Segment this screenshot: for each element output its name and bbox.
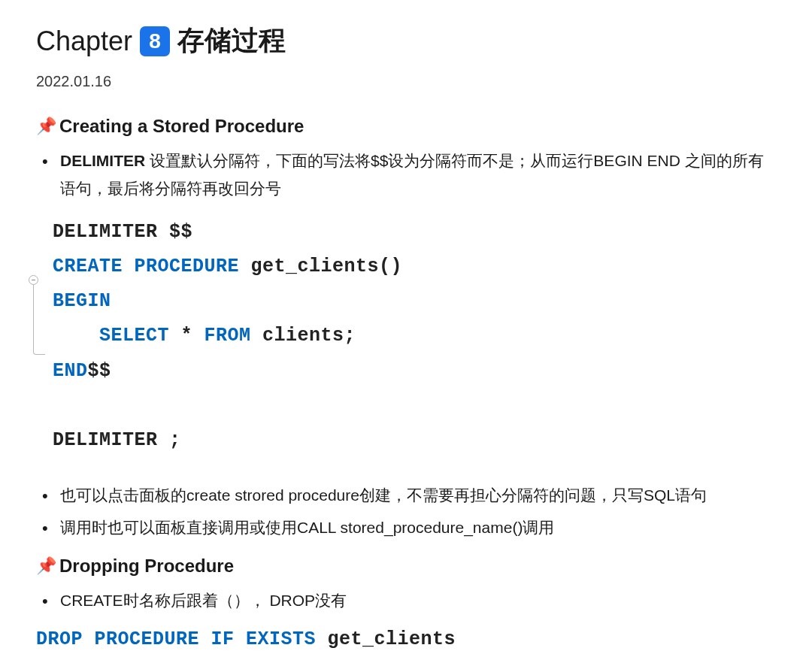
fold-toggle-icon[interactable]: [29, 275, 38, 285]
list-item: 调用时也可以面板直接调用或使用CALL stored_procedure_nam…: [56, 514, 776, 542]
code-keyword: BEGIN: [53, 290, 111, 312]
code-keyword: CREATE PROCEDURE: [53, 256, 239, 277]
code-token: ;: [158, 429, 181, 451]
list-item-text: 也可以点击面板的create strored procedure创建，不需要再担…: [60, 486, 707, 504]
bullet-list-2: CREATE时名称后跟着（）， DROP没有: [36, 587, 776, 615]
code-block-drop-procedure: DROP PROCEDURE IF EXISTS get_clients: [36, 622, 776, 655]
list-item: CREATE时名称后跟着（）， DROP没有: [56, 587, 776, 615]
section-heading-text: Dropping Procedure: [59, 556, 234, 577]
code-token: clients;: [251, 325, 356, 347]
chapter-label: Chapter: [36, 26, 132, 57]
page-title: 存储过程: [177, 23, 286, 59]
list-item-text: 设置默认分隔符，下面的写法将$$设为分隔符而不是；从而运行BEGIN END 之…: [60, 152, 764, 197]
bullet-list-1b: 也可以点击面板的create strored procedure创建，不需要再担…: [36, 482, 776, 542]
code-token: DELIMITER: [53, 429, 158, 451]
code-block-create-procedure: DELIMITER $$ CREATE PROCEDURE get_client…: [36, 210, 776, 463]
bullet-list-1a: DELIMITER 设置默认分隔符，下面的写法将$$设为分隔符而不是；从而运行B…: [36, 147, 776, 203]
code-token: $$: [88, 360, 111, 382]
code-keyword: END: [53, 360, 88, 382]
section-heading-text: Creating a Stored Procedure: [59, 116, 304, 137]
list-item-text: 调用时也可以面板直接调用或使用CALL stored_procedure_nam…: [60, 519, 554, 536]
list-item-text: CREATE时名称后跟着（）， DROP没有: [60, 592, 347, 609]
code-token: get_clients: [316, 628, 456, 650]
code-keyword: DROP PROCEDURE IF EXISTS: [36, 628, 316, 650]
date-text: 2022.01.16: [36, 73, 776, 90]
chapter-number-badge: 8: [140, 26, 170, 56]
list-item-bold: DELIMITER: [60, 152, 145, 169]
section-heading-dropping: 📌 Dropping Procedure: [36, 556, 776, 577]
fold-gutter-line: [33, 281, 45, 355]
code-keyword: SELECT: [53, 325, 169, 347]
list-item: 也可以点击面板的create strored procedure创建，不需要再担…: [56, 482, 776, 510]
pushpin-icon: 📌: [36, 556, 56, 576]
page-title-row: Chapter 8 存储过程: [36, 23, 776, 59]
code-token: get_clients(): [239, 256, 402, 277]
code-keyword: FROM: [205, 325, 251, 347]
code-token: *: [169, 325, 205, 347]
section-heading-creating: 📌 Creating a Stored Procedure: [36, 116, 776, 137]
code-token: DELIMITER: [53, 221, 158, 243]
code-token: $$: [158, 221, 193, 243]
list-item: DELIMITER 设置默认分隔符，下面的写法将$$设为分隔符而不是；从而运行B…: [56, 147, 776, 203]
pushpin-icon: 📌: [36, 117, 56, 136]
